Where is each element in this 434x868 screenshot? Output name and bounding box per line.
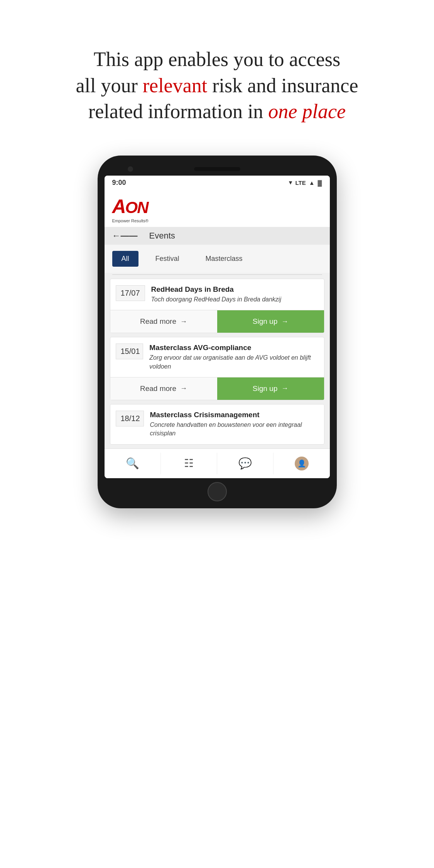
avatar: 👤 bbox=[295, 457, 309, 470]
back-button[interactable]: ←—— bbox=[112, 231, 138, 241]
sign-up-arrow-1: → bbox=[281, 318, 288, 326]
lte-text: LTE bbox=[295, 179, 306, 186]
phone-screen: 9:00 ▾ LTE ▲ ▓ AON Empower Results® bbox=[105, 176, 330, 478]
filter-tab-masterclass[interactable]: Masterclass bbox=[196, 251, 252, 267]
event-info-1: 17/07 RedHead Days in Breda Toch doorgan… bbox=[110, 279, 324, 310]
sign-up-arrow-2: → bbox=[281, 384, 288, 393]
filter-tabs: All Festival Masterclass bbox=[105, 245, 330, 273]
event-text-1: RedHead Days in Breda Toch doorgang RedH… bbox=[151, 285, 281, 304]
bottom-nav-profile[interactable]: 👤 bbox=[274, 453, 329, 474]
phone-camera bbox=[128, 166, 133, 172]
hero-line2-suffix: risk and insurance bbox=[207, 74, 358, 96]
status-time: 9:00 bbox=[112, 179, 126, 187]
aon-logo: AON bbox=[112, 195, 322, 218]
hero-line2-prefix: all your bbox=[76, 74, 142, 96]
aon-tagline: Empower Results® bbox=[112, 218, 322, 223]
filter-tab-all[interactable]: All bbox=[112, 251, 138, 267]
event-subtitle-1: Toch doorgang RedHead Days in Breda dank… bbox=[151, 295, 281, 304]
phone-top-bar bbox=[105, 167, 330, 171]
hero-one-place: one place bbox=[268, 100, 346, 122]
status-icons: ▾ LTE ▲ ▓ bbox=[289, 179, 322, 186]
aon-logo-text: AON bbox=[112, 195, 148, 218]
event-info-3: 18/12 Masterclass Crisismanagement Concr… bbox=[110, 404, 324, 444]
sign-up-button-1[interactable]: Sign up → bbox=[217, 310, 324, 333]
read-more-button-1[interactable]: Read more → bbox=[110, 310, 217, 333]
event-subtitle-2: Zorg ervoor dat uw organisatie aan de AV… bbox=[149, 354, 318, 371]
nav-title: Events bbox=[149, 231, 175, 241]
phone-speaker bbox=[194, 167, 240, 171]
read-more-button-2[interactable]: Read more → bbox=[110, 377, 217, 400]
status-bar: 9:00 ▾ LTE ▲ ▓ bbox=[105, 176, 330, 190]
nav-bar: ←—— Events bbox=[105, 227, 330, 245]
event-title-1: RedHead Days in Breda bbox=[151, 285, 281, 294]
hero-section: This app enables you to access all your … bbox=[0, 0, 434, 148]
avatar-icon: 👤 bbox=[297, 459, 306, 468]
event-date-2: 15/01 bbox=[116, 343, 144, 359]
phone-body: 9:00 ▾ LTE ▲ ▓ AON Empower Results® bbox=[98, 156, 337, 508]
hero-line1: This app enables you to access bbox=[94, 48, 341, 70]
read-more-arrow-2: → bbox=[180, 384, 187, 393]
event-title-2: Masterclass AVG-compliance bbox=[149, 343, 318, 352]
wifi-icon: ▾ bbox=[289, 179, 292, 186]
event-title-3: Masterclass Crisismanagement bbox=[150, 411, 319, 419]
event-text-3: Masterclass Crisismanagement Concrete ha… bbox=[150, 411, 319, 438]
event-actions-2: Read more → Sign up → bbox=[110, 377, 324, 400]
phone-home-area bbox=[105, 482, 330, 501]
phone-mockup: 9:00 ▾ LTE ▲ ▓ AON Empower Results® bbox=[0, 148, 434, 531]
read-more-arrow-1: → bbox=[180, 318, 187, 326]
sign-up-button-2[interactable]: Sign up → bbox=[217, 377, 324, 400]
home-button[interactable] bbox=[208, 482, 227, 501]
hero-relevant: relevant bbox=[143, 74, 207, 96]
filter-tab-festival[interactable]: Festival bbox=[146, 251, 189, 267]
event-info-2: 15/01 Masterclass AVG-compliance Zorg er… bbox=[110, 337, 324, 377]
bottom-nav-chat[interactable]: 💬 bbox=[217, 453, 274, 474]
divider-1 bbox=[112, 274, 322, 275]
battery-icon: ▓ bbox=[318, 179, 322, 186]
chat-icon: 💬 bbox=[238, 457, 252, 470]
event-text-2: Masterclass AVG-compliance Zorg ervoor d… bbox=[149, 343, 318, 371]
bottom-nav: 🔍 ☷ 💬 👤 bbox=[105, 448, 330, 478]
grid-icon: ☷ bbox=[184, 457, 194, 470]
search-icon: 🔍 bbox=[126, 457, 139, 470]
event-card-2: 15/01 Masterclass AVG-compliance Zorg er… bbox=[110, 337, 324, 400]
event-card-1: 17/07 RedHead Days in Breda Toch doorgan… bbox=[110, 279, 324, 333]
event-date-3: 18/12 bbox=[116, 411, 144, 426]
bottom-nav-search[interactable]: 🔍 bbox=[105, 453, 161, 474]
event-card-3: 18/12 Masterclass Crisismanagement Concr… bbox=[110, 404, 324, 445]
event-subtitle-3: Concrete handvatten en bouwstenen voor e… bbox=[150, 421, 319, 438]
event-actions-1: Read more → Sign up → bbox=[110, 310, 324, 333]
hero-line3-prefix: related information in bbox=[88, 100, 268, 122]
signal-icon: ▲ bbox=[309, 179, 315, 186]
event-date-1: 17/07 bbox=[116, 285, 145, 301]
app-header: AON Empower Results® bbox=[105, 190, 330, 227]
bottom-nav-grid[interactable]: ☷ bbox=[161, 453, 217, 474]
